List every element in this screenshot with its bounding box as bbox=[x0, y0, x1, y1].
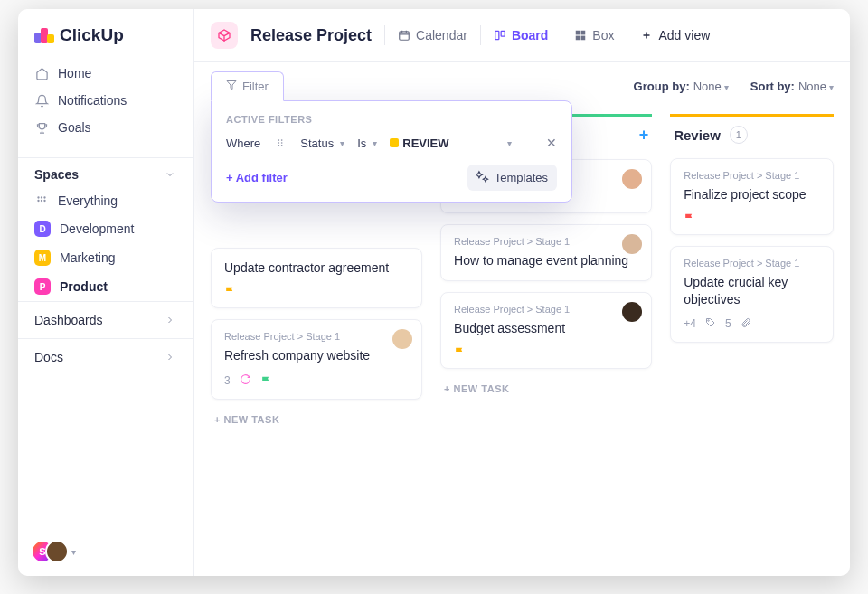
separator bbox=[561, 25, 561, 45]
grid-icon bbox=[574, 29, 587, 42]
flag-icon bbox=[454, 346, 465, 357]
svg-point-0 bbox=[37, 196, 39, 198]
filter-button[interactable]: Filter bbox=[211, 71, 284, 101]
sortby-control[interactable]: Sort by:None▾ bbox=[750, 80, 834, 93]
svg-point-13 bbox=[278, 139, 280, 141]
nav-goals[interactable]: Goals bbox=[24, 114, 188, 141]
task-card[interactable]: Update contractor agreement bbox=[211, 248, 422, 308]
task-card[interactable]: Release Project > Stage 1 Budget assessm… bbox=[440, 292, 652, 369]
space-marketing[interactable]: M Marketing bbox=[18, 243, 193, 272]
nav-notifications[interactable]: Notifications bbox=[24, 87, 188, 114]
nav-dashboards-label: Dashboards bbox=[34, 313, 103, 327]
primary-nav: Home Notifications Goals bbox=[18, 51, 193, 150]
nav-dashboards[interactable]: Dashboards bbox=[18, 301, 193, 338]
view-box[interactable]: Box bbox=[574, 28, 614, 42]
filter-icon bbox=[226, 80, 237, 93]
task-card[interactable]: Release Project > Stage 1 How to manage … bbox=[440, 224, 652, 281]
nav-docs[interactable]: Docs bbox=[18, 338, 193, 375]
view-calendar-label: Calendar bbox=[416, 28, 467, 42]
svg-point-1 bbox=[41, 196, 42, 198]
chevron-right-icon bbox=[163, 313, 177, 327]
task-card[interactable]: Release Project > Stage 1 Refresh compan… bbox=[211, 319, 422, 400]
filter-remove-button[interactable]: ✕ bbox=[546, 136, 557, 150]
project-title: Release Project bbox=[250, 26, 372, 45]
filter-popover-header: ACTIVE FILTERS bbox=[226, 114, 557, 125]
project-icon bbox=[211, 22, 238, 49]
svg-rect-9 bbox=[576, 31, 580, 35]
assignee-avatar bbox=[622, 234, 642, 254]
new-task-button[interactable]: + NEW TASK bbox=[211, 410, 422, 429]
task-breadcrumb: Release Project > Stage 1 bbox=[224, 331, 409, 342]
tag-count: +4 bbox=[684, 317, 696, 330]
workspace-avatars[interactable]: S ▾ bbox=[18, 527, 193, 576]
space-marketing-label: Marketing bbox=[60, 250, 115, 265]
svg-point-16 bbox=[281, 142, 283, 144]
task-breadcrumb: Release Project > Stage 1 bbox=[454, 304, 638, 315]
svg-rect-7 bbox=[495, 31, 499, 39]
filter-field-select[interactable]: Status▾ bbox=[300, 137, 344, 150]
view-board-label: Board bbox=[512, 28, 548, 42]
task-title: Refresh company website bbox=[224, 347, 409, 364]
avatar bbox=[45, 540, 69, 563]
sort-controls: Group by:None▾ Sort by:None▾ bbox=[634, 80, 834, 93]
svg-rect-6 bbox=[400, 32, 410, 40]
filter-where-label: Where bbox=[226, 137, 260, 150]
groupby-value: None bbox=[693, 80, 722, 93]
svg-point-5 bbox=[43, 200, 45, 202]
nav-docs-label: Docs bbox=[34, 350, 63, 364]
space-everything[interactable]: Everything bbox=[18, 187, 193, 214]
space-development[interactable]: D Development bbox=[18, 214, 193, 243]
add-filter-button[interactable]: + Add filter bbox=[226, 171, 288, 184]
space-marketing-badge: M bbox=[34, 250, 51, 266]
space-development-badge: D bbox=[34, 221, 51, 237]
task-title: Finalize project scope bbox=[684, 186, 820, 203]
chevron-down-icon[interactable]: ▾ bbox=[507, 138, 512, 148]
view-calendar[interactable]: Calendar bbox=[398, 28, 467, 42]
spaces-header[interactable]: Spaces bbox=[18, 157, 193, 187]
app-frame: ClickUp Home Notifications Goals Spaces … bbox=[18, 9, 850, 576]
separator bbox=[627, 25, 627, 45]
groupby-control[interactable]: Group by:None▾ bbox=[634, 80, 729, 93]
recurring-count: 3 bbox=[224, 374, 231, 387]
view-board[interactable]: Board bbox=[494, 28, 548, 42]
svg-point-17 bbox=[278, 145, 280, 146]
nav-home[interactable]: Home bbox=[24, 60, 188, 87]
space-product-label: Product bbox=[60, 279, 108, 294]
filter-operator-select[interactable]: Is▾ bbox=[357, 137, 377, 150]
svg-rect-10 bbox=[581, 31, 586, 35]
filter-value-select[interactable]: REVIEW bbox=[390, 137, 448, 150]
separator bbox=[384, 25, 385, 45]
sparkle-icon bbox=[476, 170, 489, 185]
chevron-down-icon: ▾ bbox=[724, 82, 729, 92]
brand-logo: ClickUp bbox=[18, 9, 193, 51]
attachment-icon bbox=[741, 317, 751, 331]
drag-handle-icon[interactable] bbox=[273, 136, 288, 150]
task-breadcrumb: Release Project > Stage 1 bbox=[454, 236, 638, 247]
plus-icon bbox=[640, 29, 653, 42]
task-title: Budget assessment bbox=[454, 320, 638, 337]
task-card[interactable]: Release Project > Stage 1 Finalize proje… bbox=[670, 158, 834, 235]
topbar: Release Project Calendar Board Box Add v… bbox=[194, 9, 850, 62]
flag-icon bbox=[224, 286, 235, 297]
everything-icon bbox=[34, 193, 49, 208]
svg-rect-11 bbox=[576, 36, 580, 41]
chevron-down-icon: ▾ bbox=[829, 82, 834, 92]
filter-button-label: Filter bbox=[242, 80, 269, 93]
column-title: Review bbox=[674, 127, 721, 143]
svg-rect-12 bbox=[581, 36, 586, 41]
task-breadcrumb: Release Project > Stage 1 bbox=[684, 258, 820, 269]
space-product[interactable]: P Product bbox=[18, 272, 193, 301]
recurring-icon bbox=[240, 373, 251, 388]
chevron-down-icon bbox=[163, 167, 177, 182]
calendar-icon bbox=[398, 29, 410, 42]
trophy-icon bbox=[34, 120, 49, 135]
templates-button[interactable]: Templates bbox=[467, 165, 557, 191]
new-task-button[interactable]: + NEW TASK bbox=[440, 380, 652, 398]
subbar: Filter Group by:None▾ Sort by:None▾ ACTI… bbox=[194, 62, 850, 110]
task-card[interactable]: Release Project > Stage 1 Update crucial… bbox=[670, 246, 834, 343]
space-everything-label: Everything bbox=[58, 193, 118, 208]
add-view-button[interactable]: Add view bbox=[640, 28, 710, 42]
add-task-button[interactable]: + bbox=[639, 126, 649, 145]
svg-point-3 bbox=[37, 200, 39, 202]
filter-value-text: REVIEW bbox=[402, 137, 448, 150]
